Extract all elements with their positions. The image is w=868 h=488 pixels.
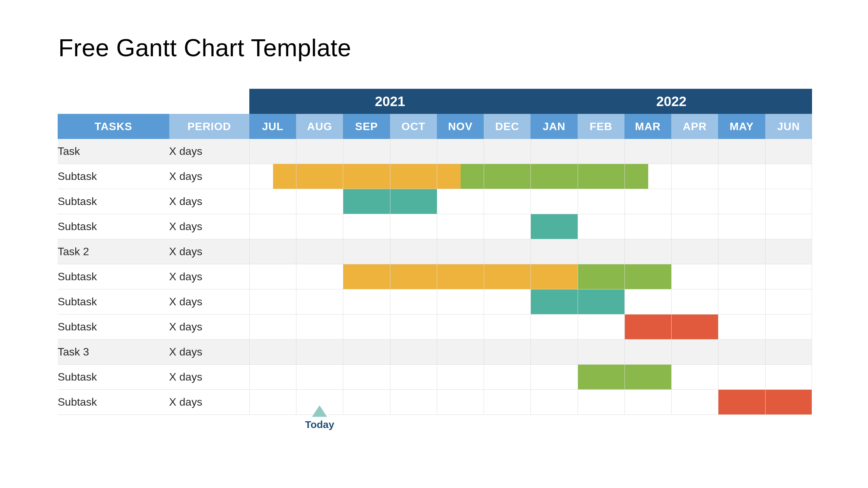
year-header-2022: 2022 (531, 89, 812, 114)
gantt-cell (296, 365, 343, 390)
period-label: X days (169, 390, 249, 415)
gantt-cell (718, 365, 765, 390)
task-label: Subtask (58, 289, 169, 314)
gantt-bar-segment (766, 390, 812, 414)
gantt-bar-segment (484, 264, 531, 289)
period-label: X days (169, 289, 249, 314)
gantt-cell (671, 340, 718, 365)
period-label: X days (169, 340, 249, 365)
gantt-cell (578, 289, 624, 314)
gantt-cell (765, 164, 812, 189)
gantt-cell (484, 164, 531, 189)
gantt-cell (718, 239, 765, 264)
gantt-cell (296, 164, 343, 189)
gantt-cell (390, 214, 437, 239)
gantt-cell (624, 314, 671, 340)
year-header-blank (58, 89, 249, 114)
gantt-cell (671, 139, 718, 164)
subtask-row: SubtaskX days (58, 164, 812, 189)
period-label: X days (169, 139, 249, 164)
task-label: Subtask (58, 189, 169, 214)
gantt-cell (671, 189, 718, 214)
gantt-bar-segment (437, 264, 484, 289)
gantt-cell (624, 390, 671, 415)
gantt-cell (296, 340, 343, 365)
gantt-cell (390, 139, 437, 164)
task-label: Subtask (58, 214, 169, 239)
gantt-cell (390, 340, 437, 365)
gantt-cell (624, 214, 671, 239)
gantt-cell (296, 264, 343, 289)
gantt-cell (765, 139, 812, 164)
gantt-bar-segment (578, 289, 624, 314)
gantt-cell (531, 139, 577, 164)
gantt-cell (624, 365, 671, 390)
gantt-cell (484, 214, 531, 239)
gantt-cell (343, 239, 390, 264)
gantt-bar-segment (390, 264, 437, 289)
gantt-bar-segment (625, 164, 648, 189)
month-header-nov: NOV (437, 114, 484, 139)
gantt-cell (343, 314, 390, 340)
task-group-row: Task 2X days (58, 239, 812, 264)
gantt-cell (718, 340, 765, 365)
subtask-row: SubtaskX days (58, 390, 812, 415)
gantt-cell (484, 189, 531, 214)
gantt-bar-segment (273, 164, 296, 189)
gantt-cell (343, 340, 390, 365)
gantt-cell (765, 189, 812, 214)
month-header-dec: DEC (484, 114, 531, 139)
gantt-bar-segment (343, 189, 390, 214)
gantt-cell (765, 340, 812, 365)
gantt-cell (484, 340, 531, 365)
gantt-cell (765, 365, 812, 390)
gantt-cell (484, 264, 531, 289)
gantt-cell (249, 390, 296, 415)
gantt-cell (718, 289, 765, 314)
month-header-jun: JUN (765, 114, 812, 139)
gantt-cell (531, 164, 577, 189)
gantt-cell (578, 189, 624, 214)
gantt-cell (249, 164, 296, 189)
task-label: Subtask (58, 264, 169, 289)
gantt-cell (296, 314, 343, 340)
period-label: X days (169, 314, 249, 340)
gantt-bar-segment (578, 264, 624, 289)
period-label: X days (169, 189, 249, 214)
subtask-row: SubtaskX days (58, 189, 812, 214)
gantt-cell (249, 214, 296, 239)
gantt-bar-segment (484, 164, 531, 189)
gantt-cell (249, 289, 296, 314)
gantt-cell (343, 289, 390, 314)
gantt-cell (390, 314, 437, 340)
gantt-cell (343, 264, 390, 289)
gantt-cell (249, 314, 296, 340)
gantt-cell (484, 289, 531, 314)
subtask-row: SubtaskX days (58, 365, 812, 390)
gantt-cell (531, 340, 577, 365)
gantt-cell (578, 390, 624, 415)
today-marker: Today (299, 405, 340, 430)
task-group-row: Task 3X days (58, 340, 812, 365)
gantt-bar-segment (531, 214, 577, 239)
gantt-cell (249, 139, 296, 164)
gantt-cell (718, 164, 765, 189)
gantt-cell (624, 239, 671, 264)
gantt-cell (671, 239, 718, 264)
gantt-bar-segment (578, 365, 624, 389)
month-header-jul: JUL (249, 114, 296, 139)
month-header-mar: MAR (624, 114, 671, 139)
year-header-row: 2021 2022 (58, 89, 812, 114)
gantt-cell (531, 390, 577, 415)
gantt-cell (296, 289, 343, 314)
gantt-cell (390, 189, 437, 214)
gantt-cell (296, 139, 343, 164)
task-label: Task 3 (58, 340, 169, 365)
tasks-column-header: TASKS (58, 114, 169, 139)
gantt-cell (624, 139, 671, 164)
gantt-bar-segment (531, 289, 577, 314)
gantt-cell (437, 365, 484, 390)
gantt-cell (624, 340, 671, 365)
gantt-cell (437, 139, 484, 164)
gantt-bar-segment (461, 164, 484, 189)
